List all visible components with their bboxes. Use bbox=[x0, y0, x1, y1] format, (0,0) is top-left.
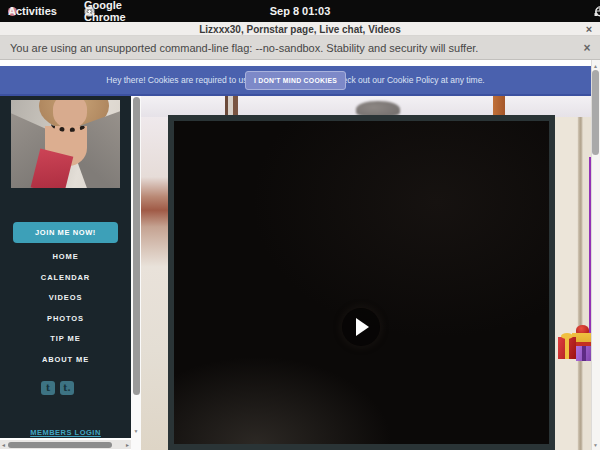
background-photo-right bbox=[555, 117, 591, 450]
join-me-now-button[interactable]: JOIN ME NOW! bbox=[13, 222, 118, 243]
sidebar-item-videos[interactable]: VIDEOS bbox=[0, 291, 131, 303]
gift-widget[interactable] bbox=[556, 324, 594, 364]
sidebar-item-home[interactable]: HOME bbox=[0, 250, 131, 262]
sidebar-item-photos[interactable]: PHOTOS bbox=[0, 312, 131, 324]
cookie-accept-button[interactable]: I DON'T MIND COOKIES bbox=[245, 71, 346, 90]
sidebar-horizontal-scrollbar-thumb[interactable] bbox=[8, 442, 112, 448]
scrollbar-right-arrow-icon[interactable]: ► bbox=[124, 440, 131, 449]
tumblr-icon[interactable]: t. bbox=[60, 381, 74, 395]
scrollbar-down-arrow-icon[interactable]: ▼ bbox=[591, 440, 600, 449]
window-close-icon[interactable]: × bbox=[583, 23, 595, 35]
sidebar: JOIN ME NOW! HOME CALENDAR VIDEOS PHOTOS… bbox=[0, 96, 131, 438]
background-detail bbox=[225, 96, 238, 117]
gift-box-red-icon bbox=[558, 337, 576, 359]
background-photo-left bbox=[141, 117, 168, 450]
page-scrollbar-thumb[interactable] bbox=[592, 70, 599, 155]
members-login-link[interactable]: MEMBERS LOGIN bbox=[0, 428, 131, 437]
play-icon bbox=[356, 318, 369, 336]
background-photo-top bbox=[141, 96, 591, 117]
power-icon[interactable] bbox=[594, 5, 600, 17]
sidebar-item-tip-me[interactable]: TIP ME bbox=[0, 332, 131, 344]
scrollbar-left-arrow-icon[interactable]: ◄ bbox=[0, 440, 7, 449]
infobar-close-icon[interactable]: × bbox=[581, 42, 593, 54]
twitter-icon[interactable]: t bbox=[41, 381, 55, 395]
desktop-screen: Activities Google Chrome Sep 8 01:03 Liz bbox=[0, 0, 600, 450]
window-title-bar: Lizxxx30, Pornstar page, Live chat, Vide… bbox=[0, 22, 600, 36]
sidebar-item-calendar[interactable]: CALENDAR bbox=[0, 271, 131, 283]
cookie-banner: Hey there! Cookies are required to use t… bbox=[0, 66, 591, 96]
infobar-message: You are using an unsupported command-lin… bbox=[10, 36, 478, 60]
activities-label: Activities bbox=[8, 5, 57, 17]
gnome-top-bar: Activities Google Chrome Sep 8 01:03 bbox=[0, 0, 600, 22]
page-title: Lizxxx30, Pornstar page, Live chat, Vide… bbox=[0, 22, 600, 36]
profile-photo bbox=[11, 100, 120, 188]
video-player[interactable] bbox=[168, 115, 555, 450]
sidebar-vertical-scrollbar-thumb[interactable] bbox=[133, 97, 140, 395]
play-button[interactable] bbox=[342, 308, 380, 346]
background-detail bbox=[493, 96, 505, 117]
chrome-infobar: You are using an unsupported command-lin… bbox=[0, 36, 600, 60]
clock-label: Sep 8 01:03 bbox=[270, 5, 331, 17]
scrollbar-up-arrow-icon[interactable]: ▲ bbox=[591, 61, 600, 70]
scrollbar-down-arrow-icon[interactable]: ▼ bbox=[131, 426, 141, 436]
app-name-label: Google Chrome bbox=[84, 0, 126, 23]
photo-detail bbox=[51, 116, 87, 132]
sidebar-item-about-me[interactable]: ABOUT ME bbox=[0, 353, 131, 365]
